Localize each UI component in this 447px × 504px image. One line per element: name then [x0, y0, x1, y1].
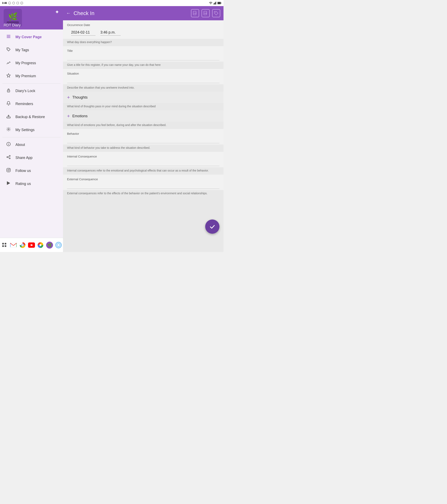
- sidebar-item-label: Rating us: [16, 182, 31, 186]
- apps-grid-icon[interactable]: [0, 241, 9, 250]
- svg-text:PDF: PDF: [204, 13, 207, 14]
- svg-rect-19: [7, 37, 10, 38]
- lock-icon: [6, 88, 11, 94]
- svg-point-36: [8, 169, 9, 171]
- svg-point-20: [8, 49, 8, 49]
- sidebar-item-label: About: [16, 143, 25, 147]
- instagram-icon: [6, 168, 11, 174]
- tag-button[interactable]: [212, 9, 220, 17]
- sidebar-item-label: Share App: [16, 156, 33, 160]
- behavior-hint: What kind of behavior you take to addres…: [63, 144, 223, 152]
- messages-icon[interactable]: [54, 241, 63, 250]
- svg-point-5: [22, 3, 22, 3]
- svg-line-34: [8, 157, 9, 158]
- occurrence-label: Occurrence Date: [67, 23, 219, 27]
- google-photos-icon[interactable]: [36, 241, 45, 250]
- sidebar-item-follow[interactable]: Follow us: [1, 164, 62, 177]
- title-section: Title: [63, 46, 223, 62]
- settings-icon: [6, 127, 11, 133]
- sidebar-item-tags[interactable]: My Tags: [1, 43, 62, 56]
- svg-text:🌿: 🌿: [47, 243, 52, 247]
- date-input[interactable]: 2024-02-11: [71, 30, 95, 36]
- bell-icon: [6, 101, 11, 107]
- pdf-export-button[interactable]: PDF: [201, 9, 210, 17]
- title-input[interactable]: [67, 53, 219, 60]
- back-button[interactable]: ←: [66, 11, 71, 16]
- divider-2: [2, 137, 61, 137]
- svg-rect-13: [221, 3, 221, 3]
- internal-consequence-input[interactable]: [67, 159, 219, 166]
- sidebar-item-premium[interactable]: My Premium: [1, 70, 62, 83]
- csv-export-button[interactable]: CSV: [191, 9, 199, 17]
- external-consequence-label: External Consequence: [67, 178, 219, 181]
- time-display: 3:46: [2, 2, 7, 4]
- behavior-section: Behavior: [63, 129, 223, 144]
- occurrence-date-section: Occurrence Date 2024-02-11 3:46 p.m.: [63, 20, 223, 39]
- sidebar-item-share[interactable]: Share App: [1, 151, 62, 164]
- behavior-input[interactable]: [67, 136, 219, 143]
- sidebar-item-lock[interactable]: Diary's Lock: [1, 84, 62, 97]
- svg-point-37: [9, 169, 10, 169]
- situation-section: Situation: [63, 69, 223, 84]
- save-fab-button[interactable]: [205, 219, 219, 234]
- svg-rect-40: [5, 243, 6, 245]
- svg-rect-9: [215, 2, 215, 4]
- youtube-icon[interactable]: [27, 241, 36, 250]
- thoughts-hint: What kind of thoughts pass in your mind …: [63, 103, 223, 110]
- svg-rect-41: [2, 245, 4, 247]
- sidebar-item-label: My Settings: [16, 128, 35, 132]
- svg-point-49: [39, 244, 41, 246]
- divider-1: [2, 83, 61, 84]
- main-panel: ← Check In CSV PDF: [63, 6, 223, 252]
- title-hint: Give a title for this register, if you c…: [63, 62, 223, 69]
- sidebar-item-cover[interactable]: My Cover Page: [1, 31, 62, 43]
- sidebar: 🌿 ✦ RDT Diary My Cover Page My Tags: [0, 6, 63, 252]
- rdt-app-icon[interactable]: 🌿: [45, 241, 54, 250]
- time-input[interactable]: 3:46 p.m.: [100, 30, 121, 36]
- battery-icon: [217, 2, 221, 4]
- situation-hint: Describe the situation that you are/were…: [63, 84, 223, 92]
- external-consequence-input[interactable]: [67, 182, 219, 189]
- emotions-expand-button[interactable]: + Emotions: [63, 110, 223, 122]
- info-icon: [6, 142, 11, 147]
- play-store-icon: [6, 181, 11, 187]
- svg-point-46: [22, 244, 23, 246]
- external-consequence-hint: External consequences refer to the effec…: [63, 190, 223, 197]
- theme-toggle-icon[interactable]: ✦: [55, 9, 59, 15]
- thoughts-plus-icon: +: [67, 94, 70, 100]
- svg-point-30: [9, 156, 10, 157]
- sidebar-item-label: My Premium: [16, 74, 36, 78]
- progress-icon: [6, 60, 11, 66]
- svg-rect-17: [7, 35, 10, 36]
- svg-point-6: [211, 4, 211, 4]
- internal-consequence-section: Internal Consequence: [63, 152, 223, 167]
- status-bar-right: [209, 2, 221, 4]
- box-icon: [16, 2, 19, 4]
- sidebar-item-backup[interactable]: Backup & Restore: [1, 110, 62, 123]
- sidebar-item-about[interactable]: About: [1, 138, 62, 151]
- gmail-icon[interactable]: [9, 241, 18, 250]
- form-area: Occurrence Date 2024-02-11 3:46 p.m. Wha…: [63, 20, 223, 252]
- svg-rect-24: [7, 117, 10, 118]
- external-consequence-section: External Consequence: [63, 175, 223, 190]
- situation-input[interactable]: [67, 76, 219, 83]
- title-label: Title: [67, 49, 219, 53]
- sidebar-item-progress[interactable]: My Progress: [1, 56, 62, 70]
- situation-label: Situation: [67, 72, 219, 75]
- svg-marker-21: [7, 73, 10, 77]
- sidebar-item-reminders[interactable]: Reminders: [1, 97, 62, 110]
- sidebar-item-settings[interactable]: My Settings: [1, 123, 62, 136]
- svg-rect-8: [214, 3, 215, 4]
- app-name-label: RDT Diary: [4, 23, 21, 27]
- svg-text:🌿: 🌿: [8, 12, 18, 21]
- thoughts-expand-button[interactable]: + Thoughts: [63, 92, 223, 103]
- svg-point-26: [8, 129, 9, 130]
- sidebar-item-rating[interactable]: Rating us: [1, 177, 62, 190]
- chrome-icon[interactable]: [18, 241, 27, 250]
- topbar-actions: CSV PDF: [191, 9, 220, 17]
- svg-point-4: [21, 3, 21, 3]
- menu-icon: [6, 34, 11, 40]
- star-icon: [6, 73, 11, 79]
- sidebar-item-label: Reminders: [16, 102, 33, 106]
- svg-point-29: [8, 143, 9, 144]
